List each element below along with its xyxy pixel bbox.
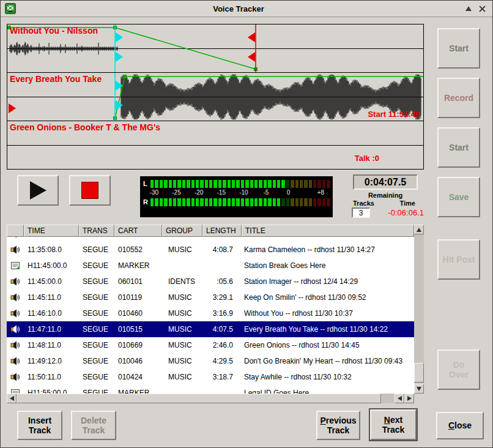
row-cart: MARKER — [114, 389, 162, 394]
row-type-icon — [7, 388, 24, 394]
row-title: Legal ID Goes Here — [242, 389, 414, 394]
horizontal-scrollbar[interactable] — [7, 394, 414, 403]
row-trans: SEGUE — [79, 309, 114, 318]
row-time: 11:45:11.0 — [24, 293, 79, 302]
log-col-time[interactable]: TIME — [24, 225, 79, 237]
track-2-start-time: Start 11:51:40 — [368, 110, 420, 119]
arrow-left-icon — [398, 396, 402, 401]
play-button[interactable] — [17, 175, 59, 206]
waveform-panel: Without You - Nilsson Every Breath You T… — [7, 24, 424, 170]
row-cart: 010424 — [114, 373, 162, 381]
log-row[interactable]: 11:47:11.0 SEGUE 010515 MUSIC 4:07.5 Eve… — [7, 321, 414, 337]
delete-track-button[interactable]: Delete Track — [71, 411, 116, 440]
speaker-icon — [10, 237, 20, 239]
row-group: MUSIC — [162, 325, 202, 334]
row-title: Stay Awhile -- rdhost 11/30 10:32 — [242, 373, 414, 381]
meter-right-segments — [150, 198, 330, 206]
row-cart: 060101 — [114, 277, 162, 286]
row-time: 11:48:11.0 — [24, 341, 79, 349]
meter-right-label: R — [143, 198, 150, 206]
speaker-icon — [10, 324, 20, 334]
time-label: Time — [400, 200, 415, 207]
row-title: Station Break Goes Here — [242, 261, 414, 270]
shade-button[interactable] — [462, 2, 475, 15]
track-3[interactable]: Green Onions - Booker T & The MG's Talk … — [7, 121, 423, 169]
row-group: MUSIC — [162, 245, 202, 254]
track-2-title: Every Breath You Take — [10, 74, 102, 84]
close-icon — [479, 6, 486, 12]
row-title: Every Breath You Take -- rdhost 11/30 14… — [242, 325, 414, 334]
row-length: 3:18.7 — [202, 373, 242, 381]
row-trans: SEGUE — [79, 373, 114, 381]
stop-button[interactable] — [69, 175, 111, 206]
titlebar[interactable]: Voice Tracker — [1, 1, 492, 17]
speaker-icon — [10, 372, 20, 382]
log-row[interactable]: 11:45:11.0 SEGUE 010119 MUSIC 3:29.1 Kee… — [7, 289, 414, 305]
insert-track-button[interactable]: Insert Track — [17, 411, 62, 440]
log-row[interactable]: 11:35:08.0 SEGUE 010552 MUSIC 4:08.7 Kar… — [7, 242, 414, 258]
row-group: MUSIC — [162, 373, 202, 381]
scroll-right-button[interactable] — [404, 394, 414, 403]
vertical-scrollbar[interactable] — [414, 225, 424, 394]
do-over-button[interactable]: Do Over — [437, 349, 480, 390]
log-row[interactable]: 11:50:11.0 SEGUE 010424 MUSIC 3:18.7 Sta… — [7, 369, 414, 385]
scroll-down-button[interactable] — [414, 384, 424, 394]
next-track-button[interactable]: NextTrack — [370, 409, 417, 440]
row-trans: SEGUE — [79, 325, 114, 334]
log-col-group[interactable]: GROUP — [162, 225, 202, 237]
row-type-icon — [7, 237, 24, 239]
row-group: MUSIC — [162, 357, 202, 365]
speaker-icon — [10, 340, 20, 350]
track-2[interactable]: Every Breath You Take Start 11:51:40 — [7, 73, 423, 121]
speaker-icon — [10, 277, 20, 286]
start-track1-button[interactable]: Start — [437, 28, 480, 69]
speaker-icon — [10, 293, 20, 302]
row-time: H11:55:00.0 — [24, 389, 79, 394]
log-row[interactable] — [7, 237, 414, 242]
row-trans: SEGUE — [79, 357, 114, 365]
log-row[interactable]: 11:45:00.0 SEGUE 060101 IDENTS :05.6 Sta… — [7, 274, 414, 289]
row-title: Karma Chameleon -- rdhost 11/30 14:27 — [242, 245, 414, 254]
row-type-icon — [7, 245, 24, 255]
row-title: Station Imager -- rdhost 12/4 14:29 — [242, 277, 414, 286]
scroll-up-button[interactable] — [414, 225, 424, 234]
window-title: Voice Tracker — [16, 4, 461, 13]
save-button[interactable]: Save — [437, 177, 480, 217]
row-length: 4:29.5 — [202, 357, 242, 365]
log-col-length[interactable]: LENGTH — [202, 225, 242, 237]
close-button[interactable]: Close — [436, 412, 484, 439]
row-cart: 010669 — [114, 341, 162, 349]
close-window-button[interactable] — [476, 2, 488, 15]
meter-left-segments — [150, 180, 330, 188]
voice-tracker-window: Voice Tracker — [0, 0, 493, 448]
row-cart: MARKER — [114, 261, 162, 270]
row-time: 11:49:12.0 — [24, 357, 79, 365]
row-type-icon — [7, 261, 24, 271]
log-col-trans[interactable]: TRANS — [79, 225, 114, 237]
marker-icon — [10, 388, 20, 394]
hit-post-button[interactable]: Hit Post — [437, 239, 480, 280]
start-track3-button[interactable]: Start — [437, 127, 480, 168]
tracks-label: Tracks — [353, 200, 374, 207]
log-row[interactable]: 11:48:11.0 SEGUE 010669 MUSIC 2:46.0 Gre… — [7, 337, 414, 353]
scroll-left-button[interactable] — [7, 394, 17, 403]
record-button[interactable]: Record — [437, 78, 480, 118]
row-type-icon — [7, 324, 24, 334]
vertical-scroll-thumb[interactable] — [414, 363, 424, 383]
track-1[interactable]: Without You - Nilsson — [7, 24, 423, 73]
log-col-title[interactable]: TITLE — [242, 225, 414, 237]
arrow-down-icon — [417, 387, 421, 391]
log-col-cart[interactable]: CART — [114, 225, 162, 237]
log-row[interactable]: H11:55:00.0 SEGUE MARKER Legal ID Goes H… — [7, 385, 414, 394]
log-row[interactable]: 11:46:10.0 SEGUE 010460 MUSIC 3:16.9 Wit… — [7, 305, 414, 321]
log-row[interactable]: H11:45:00.0 SEGUE MARKER Station Break G… — [7, 258, 414, 274]
scroll-left-button-2[interactable] — [395, 394, 404, 403]
row-trans: SEGUE — [79, 293, 114, 302]
row-length: 4:08.7 — [202, 245, 242, 254]
horizontal-scroll-thumb[interactable] — [17, 394, 381, 403]
previous-track-button[interactable]: PreviousTrack — [316, 411, 360, 440]
track-1-title: Without You - Nilsson — [10, 26, 98, 35]
log-row[interactable]: 11:49:12.0 SEGUE 010046 MUSIC 4:29.5 Don… — [7, 353, 414, 369]
log-col-icon[interactable] — [7, 225, 24, 237]
row-length: :05.6 — [202, 277, 242, 286]
